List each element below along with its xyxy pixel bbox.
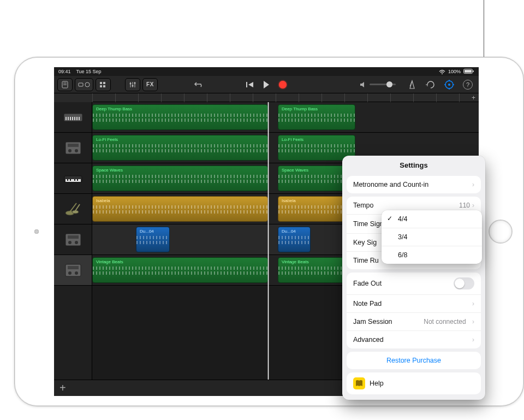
region-label: Du...04: [282, 229, 296, 234]
svg-rect-10: [100, 85, 102, 87]
track-row[interactable]: Deep Thump BassDeep Thump Bass: [92, 102, 479, 133]
master-volume[interactable]: [360, 81, 396, 88]
region[interactable]: Du...04: [278, 227, 311, 252]
ipad-camera: [34, 229, 39, 234]
add-section-button[interactable]: +: [472, 93, 475, 102]
track-header[interactable]: [54, 102, 92, 133]
go-to-beginning-button[interactable]: [242, 78, 258, 91]
region[interactable]: Deep Thump Bass: [278, 104, 355, 130]
chevron-right-icon: ›: [472, 300, 474, 307]
region[interactable]: Deep Thump Bass: [92, 104, 268, 130]
status-battery-text: 100%: [448, 69, 461, 74]
playhead[interactable]: [268, 102, 269, 380]
chevron-right-icon: ›: [472, 336, 474, 344]
svg-rect-7: [79, 83, 83, 86]
svg-rect-34: [74, 117, 75, 120]
svg-rect-44: [70, 179, 71, 181]
region-label: Space Waves: [282, 168, 308, 173]
region-label: Space Waves: [96, 168, 123, 173]
svg-rect-36: [79, 117, 80, 120]
track-header[interactable]: [54, 194, 92, 224]
record-button[interactable]: [275, 78, 290, 91]
toggle-switch[interactable]: [454, 277, 474, 289]
time-signature-option[interactable]: 3/4: [382, 228, 482, 246]
settings-row-help[interactable]: Help: [347, 372, 481, 394]
svg-point-14: [130, 82, 132, 84]
svg-rect-11: [103, 82, 105, 84]
add-track-button[interactable]: +: [59, 382, 66, 394]
svg-rect-58: [68, 266, 79, 269]
svg-line-50: [75, 204, 80, 211]
region[interactable]: Space Waves: [92, 165, 268, 191]
svg-rect-46: [77, 179, 78, 181]
track-header[interactable]: [54, 224, 92, 255]
main-toolbar: FX: [54, 76, 479, 93]
track-header[interactable]: [54, 133, 92, 163]
browser-button[interactable]: [75, 78, 93, 91]
region[interactable]: Isabela: [92, 196, 268, 222]
svg-rect-32: [70, 117, 71, 120]
svg-point-8: [85, 82, 90, 87]
svg-point-0: [442, 73, 443, 74]
svg-rect-45: [74, 179, 75, 181]
time-signature-option[interactable]: 6/8: [382, 246, 482, 264]
svg-rect-40: [68, 144, 79, 147]
battery-icon: [463, 69, 474, 74]
svg-point-53: [75, 241, 78, 244]
settings-title: Settings: [342, 156, 485, 173]
svg-rect-33: [72, 117, 73, 120]
svg-point-52: [68, 241, 72, 244]
track-header[interactable]: [54, 255, 92, 286]
time-signature-option[interactable]: 4/4: [382, 210, 482, 228]
svg-rect-2: [465, 70, 472, 73]
region-label: Deep Thump Bass: [96, 107, 132, 111]
settings-icon[interactable]: [442, 78, 457, 91]
svg-point-39: [75, 149, 78, 152]
settings-popover: Settings Metronome and Count-in › Tempo …: [342, 156, 485, 400]
tracks-view-button[interactable]: [96, 78, 111, 91]
svg-rect-3: [473, 70, 474, 72]
chevron-right-icon: ›: [472, 318, 474, 326]
volume-slider[interactable]: [370, 84, 396, 85]
region[interactable]: Du...04: [136, 227, 170, 252]
settings-row-jam-session[interactable]: Jam Session Not connected ›: [347, 312, 481, 330]
loop-browser-icon[interactable]: [423, 78, 438, 91]
track-controls-button[interactable]: [125, 78, 140, 91]
fx-button[interactable]: FX: [142, 78, 158, 91]
svg-marker-20: [248, 82, 253, 87]
status-left: 09:41 Tue 15 Sep: [58, 69, 102, 74]
settings-row-note-pad[interactable]: Note Pad ›: [347, 294, 481, 312]
track-headers: [54, 102, 92, 380]
svg-point-16: [132, 85, 134, 86]
my-songs-button[interactable]: [57, 78, 73, 91]
status-time: 09:41: [58, 69, 71, 74]
chevron-right-icon: ›: [472, 181, 474, 188]
svg-rect-54: [68, 235, 79, 239]
region-label: Vintage Beats: [96, 259, 123, 264]
settings-row-fade-out[interactable]: Fade Out: [347, 273, 481, 294]
region-label: Vintage Beats: [282, 259, 309, 264]
restore-purchase-button[interactable]: Restore Purchase: [347, 352, 481, 369]
region-label: Lo-Fi Feels: [96, 137, 118, 142]
settings-row-advanced[interactable]: Advanced ›: [347, 330, 481, 348]
help-icon[interactable]: ?: [460, 78, 475, 91]
svg-marker-21: [360, 82, 364, 87]
ipad-frame: 09:41 Tue 15 Sep 100%: [14, 57, 524, 406]
timeline-ruler[interactable]: +: [92, 93, 479, 102]
status-date: Tue 15 Sep: [76, 69, 101, 74]
region[interactable]: Lo-Fi Feels: [92, 135, 268, 161]
transport-controls: [242, 78, 290, 91]
chevron-right-icon: ›: [472, 202, 474, 209]
undo-button[interactable]: [192, 78, 207, 91]
region-label: Isabela: [282, 198, 296, 203]
region[interactable]: Vintage Beats: [92, 257, 268, 283]
metronome-icon[interactable]: [404, 78, 420, 91]
svg-point-24: [448, 84, 450, 86]
track-header[interactable]: [54, 163, 92, 194]
home-button[interactable]: [489, 220, 513, 244]
time-signature-menu: 4/43/46/8: [382, 210, 482, 264]
play-button[interactable]: [259, 78, 274, 91]
svg-rect-43: [67, 179, 68, 181]
settings-row-metronome[interactable]: Metronome and Count-in ›: [347, 176, 481, 193]
svg-rect-35: [76, 117, 78, 120]
